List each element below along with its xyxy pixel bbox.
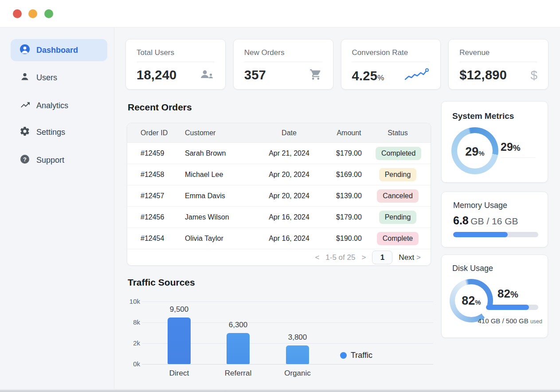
order-date: Apr 16, 2024 — [256, 235, 322, 243]
status-badge: Pending — [379, 211, 417, 224]
x-axis-label: Organic — [278, 369, 317, 378]
donut-percent: 82 — [462, 294, 475, 307]
order-amount: $179.00 — [322, 213, 376, 221]
window-titlebar — [0, 0, 560, 27]
sidebar-item-label: Dashboard — [36, 46, 78, 55]
divider — [459, 62, 537, 62]
sidebar-item-label: Support — [36, 156, 64, 165]
table-row[interactable]: #12457 Emma Davis Apr 20, 2024 $139.00 C… — [127, 185, 431, 207]
table-header-row: Order ID Customer Date Amount Status — [127, 123, 431, 143]
sidebar: Dashboard Users Analytics — [0, 27, 114, 392]
main-content: Total Users 18,240 New Orders — [114, 27, 560, 392]
stat-label: Total Users — [137, 48, 215, 57]
sidebar-item-settings[interactable]: Settings — [11, 121, 107, 143]
stat-cards: Total Users 18,240 New Orders — [125, 39, 548, 90]
chart-legend: Traffic — [340, 351, 372, 360]
x-axis-label: Referral — [218, 369, 258, 378]
order-id: #12456 — [141, 213, 185, 221]
users-icon — [200, 68, 215, 82]
disk-progress-fill — [486, 305, 529, 310]
disk-progress-bar — [486, 305, 538, 310]
y-axis-tick: 8k — [120, 318, 140, 327]
page-prev-chevron[interactable]: < — [315, 253, 319, 262]
stat-card-total-users: Total Users 18,240 — [125, 39, 226, 90]
order-date: Apr 21, 2024 — [256, 149, 322, 157]
help-icon: ? — [20, 154, 30, 166]
next-chevron: > — [416, 253, 421, 262]
order-id: #12459 — [141, 149, 185, 157]
y-axis-tick: 0k — [120, 360, 140, 368]
status-badge: Canceled — [377, 189, 419, 203]
card-title: System Metrics — [452, 111, 514, 121]
sidebar-item-support[interactable]: ? Support — [11, 149, 107, 171]
page-number-button[interactable]: 1 — [372, 251, 392, 264]
cart-icon — [309, 68, 322, 82]
x-axis-line — [142, 364, 433, 365]
stat-card-revenue: Revenue $12,890 $ — [448, 39, 548, 90]
memory-usage-card: Memory Usage 6.8 GB / 16 GB — [441, 192, 548, 247]
svg-text:?: ? — [23, 156, 27, 163]
chart-bar-referral[interactable] — [227, 333, 250, 364]
customer-name: Olivia Taylor — [185, 235, 256, 243]
table-row[interactable]: #12456 James Wilson Apr 16, 2024 $179.00… — [127, 207, 431, 228]
column-header: Status — [376, 129, 420, 137]
order-amount: $179.00 — [322, 149, 376, 157]
stat-value: 18,240 — [137, 68, 177, 82]
table-row[interactable]: #12454 Olivia Taylor Apr 16, 2024 $190.0… — [127, 228, 431, 249]
next-page-button[interactable]: Next > — [399, 253, 421, 262]
status-badge: Complete — [377, 232, 419, 245]
table-row[interactable]: #12459 Sarah Brown Apr 21, 2024 $179.00 … — [127, 143, 431, 164]
customer-name: James Wilson — [185, 213, 256, 221]
sidebar-item-label: Analytics — [36, 101, 68, 110]
memory-value: 6.8 GB / 16 GB — [453, 214, 518, 227]
y-axis-tick: 10k — [120, 297, 140, 306]
sidebar-item-dashboard[interactable]: Dashboard — [11, 39, 107, 61]
user-icon — [20, 71, 30, 84]
x-axis-label: Direct — [159, 369, 199, 378]
stat-value: 357 — [244, 68, 266, 82]
window-zoom-button[interactable] — [44, 9, 53, 18]
page-forward-chevron[interactable]: > — [361, 253, 366, 262]
disk-usage-card: Disk Usage 82% 82% 410 GB / 500 GB used — [441, 255, 548, 338]
table-row[interactable]: #12458 Michael Lee Apr 20, 2024 $169.00 … — [127, 164, 431, 185]
column-header: Order ID — [141, 129, 185, 137]
order-id: #12454 — [141, 235, 185, 243]
donut-percent: 29 — [465, 145, 478, 158]
window-minimize-button[interactable] — [28, 9, 37, 18]
stat-card-new-orders: New Orders 357 — [233, 39, 333, 90]
traffic-sources-title: Traffic Sources — [128, 277, 195, 288]
user-circle-icon — [20, 44, 30, 56]
divider — [244, 62, 322, 62]
status-badge: Completed — [376, 147, 421, 160]
disk-detail-label: 410 GB / 500 GB used — [478, 317, 542, 325]
page-range-label: 1-5 of 25 — [325, 253, 355, 262]
memory-progress-fill — [453, 232, 508, 237]
divider — [137, 62, 215, 62]
table-pagination: < 1-5 of 25 > 1 Next > — [127, 249, 431, 266]
bar-value-label: 6,300 — [218, 321, 258, 329]
chart-bar-organic[interactable] — [286, 345, 309, 364]
card-title: Disk Usage — [452, 264, 493, 273]
system-percent-value: 29% — [501, 141, 521, 153]
divider — [501, 157, 536, 158]
stat-card-conversion-rate: Conversion Rate 4.25% — [341, 39, 441, 90]
sidebar-item-users[interactable]: Users — [11, 67, 107, 89]
customer-name: Sarah Brown — [185, 149, 256, 157]
customer-name: Michael Lee — [185, 171, 256, 179]
customer-name: Emma Davis — [185, 192, 256, 200]
legend-label: Traffic — [351, 351, 372, 360]
bar-value-label: 3,800 — [278, 333, 317, 342]
order-amount: $139.00 — [322, 192, 376, 200]
disk-percent-value: 82% — [497, 287, 518, 301]
order-amount: $190.00 — [322, 235, 376, 243]
card-title: Memory Usage — [453, 201, 507, 210]
window-close-button[interactable] — [13, 9, 22, 18]
gear-icon — [20, 126, 30, 138]
app-window: Dashboard Users Analytics — [0, 0, 560, 392]
window-bottom-edge — [0, 389, 560, 392]
chart-bar-direct[interactable] — [168, 318, 191, 364]
memory-progress-bar — [453, 232, 538, 237]
gridline — [142, 302, 433, 302]
order-date: Apr 20, 2024 — [256, 192, 322, 200]
sidebar-item-analytics[interactable]: Analytics — [11, 94, 107, 117]
